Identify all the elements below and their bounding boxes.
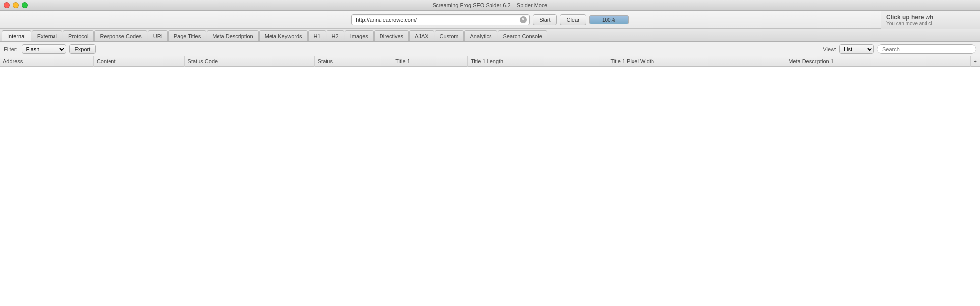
right-panel-subtext: You can move and cl [886, 21, 933, 26]
col-header-address[interactable]: Address [0, 56, 93, 66]
main-content: AddressContentStatus CodeStatusTitle 1Ti… [0, 56, 980, 306]
tabbar: InternalExternalProtocolResponse CodesUR… [0, 29, 980, 42]
window-title: Screaming Frog SEO Spider 6.2 – Spider M… [433, 2, 547, 8]
tab-search-console[interactable]: Search Console [498, 30, 547, 41]
col-header-status[interactable]: Status [314, 56, 392, 66]
toolbar: ✕ Start Clear 100% Click up here wh You … [0, 11, 980, 29]
tab-meta-keywords[interactable]: Meta Keywords [259, 30, 308, 41]
progress-label: 100% [602, 17, 615, 22]
export-button[interactable]: Export [69, 44, 96, 54]
maximize-button[interactable] [22, 2, 28, 8]
col-header-title1[interactable]: Title 1 [392, 56, 468, 66]
tab-meta-description[interactable]: Meta Description [207, 30, 259, 41]
filter-select[interactable]: FlashAllHTMLJavaScriptCSSImagesPDF [22, 44, 66, 54]
tab-internal[interactable]: Internal [2, 30, 31, 41]
data-table: AddressContentStatus CodeStatusTitle 1Ti… [0, 56, 980, 67]
right-panel: Click up here wh You can move and cl [881, 11, 980, 29]
add-column-button[interactable]: + [970, 56, 980, 66]
view-select[interactable]: ListGridTree [839, 44, 874, 54]
window-controls [4, 2, 28, 8]
start-button[interactable]: Start [533, 14, 557, 25]
tab-protocol[interactable]: Protocol [63, 30, 94, 41]
clear-button[interactable]: Clear [560, 14, 586, 25]
filterbar: Filter: FlashAllHTMLJavaScriptCSSImagesP… [0, 42, 980, 56]
tab-h2[interactable]: H2 [327, 30, 344, 41]
col-header-status-code[interactable]: Status Code [184, 56, 314, 66]
view-label: View: [823, 46, 836, 52]
col-header-title1-length[interactable]: Title 1 Length [467, 56, 607, 66]
close-button[interactable] [4, 2, 10, 8]
col-header-meta-desc1[interactable]: Meta Description 1 [785, 56, 970, 66]
tab-response-codes[interactable]: Response Codes [94, 30, 147, 41]
tab-images[interactable]: Images [345, 30, 374, 41]
tab-analytics[interactable]: Analytics [464, 30, 497, 41]
col-header-title1-pixel-width[interactable]: Title 1 Pixel Width [607, 56, 785, 66]
tab-custom[interactable]: Custom [435, 30, 464, 41]
url-clear-button[interactable]: ✕ [520, 16, 527, 23]
table-container: AddressContentStatus CodeStatusTitle 1Ti… [0, 56, 980, 306]
col-header-content[interactable]: Content [93, 56, 184, 66]
search-input[interactable] [877, 44, 976, 54]
tab-h1[interactable]: H1 [308, 30, 326, 41]
minimize-button[interactable] [13, 2, 19, 8]
tab-uri[interactable]: URI [148, 30, 168, 41]
tab-page-titles[interactable]: Page Titles [168, 30, 206, 41]
view-section: View: ListGridTree [823, 44, 976, 54]
table-header: AddressContentStatus CodeStatusTitle 1Ti… [0, 56, 980, 66]
tab-directives[interactable]: Directives [374, 30, 409, 41]
tab-ajax[interactable]: AJAX [409, 30, 434, 41]
progress-bar: 100% [589, 15, 629, 24]
filter-label: Filter: [4, 46, 18, 52]
url-input[interactable] [351, 14, 530, 25]
table-header-row: AddressContentStatus CodeStatusTitle 1Ti… [0, 56, 980, 66]
right-panel-text: Click up here wh [886, 14, 933, 21]
tab-external[interactable]: External [32, 30, 62, 41]
url-bar-container: ✕ [351, 14, 530, 25]
titlebar: Screaming Frog SEO Spider 6.2 – Spider M… [0, 0, 980, 11]
